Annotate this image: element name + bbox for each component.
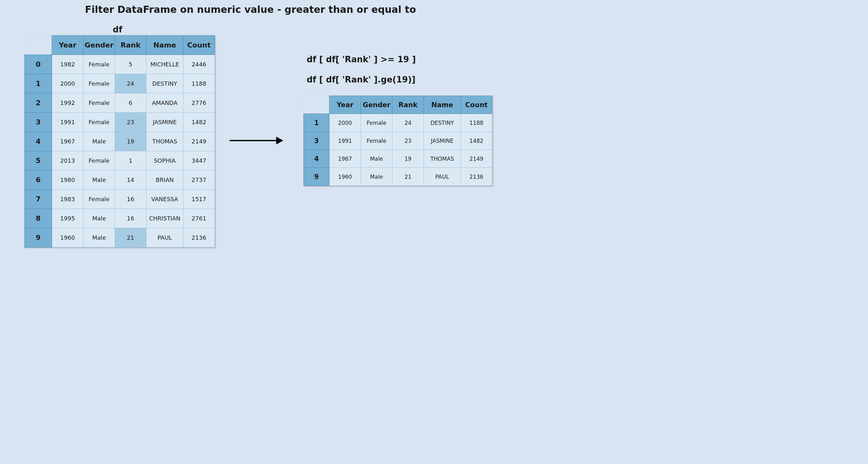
- table-cell: 1995: [52, 209, 84, 228]
- table-corner: [304, 96, 330, 114]
- table-cell: 23: [393, 132, 424, 150]
- table-row: 01982Female5MICHELLE2446: [25, 55, 215, 74]
- code-line-2: df [ df[ 'Rank' ].ge(19)]: [307, 75, 416, 85]
- table-cell: 2737: [183, 170, 215, 190]
- table-cell: Female: [361, 114, 393, 132]
- table-corner: [25, 36, 52, 55]
- table-cell: Female: [361, 132, 393, 150]
- table-cell: 16: [115, 209, 147, 228]
- column-header: Year: [330, 96, 361, 114]
- table-cell: 21: [115, 228, 147, 247]
- table-row: 41967Male19THOMAS2149: [25, 132, 215, 151]
- row-index: 4: [25, 132, 52, 151]
- table-cell: Female: [84, 55, 115, 74]
- table-cell: 1983: [52, 190, 84, 209]
- table-cell: THOMAS: [424, 150, 461, 168]
- table-cell: 2149: [183, 132, 215, 151]
- source-table-wrap: YearGenderRankNameCount01982Female5MICHE…: [24, 35, 215, 247]
- table-cell: Male: [84, 132, 115, 151]
- table-row: 81995Male16CHRISTIAN2761: [25, 209, 215, 228]
- table-cell: 1960: [330, 168, 361, 186]
- table-cell: 19: [115, 132, 147, 151]
- arrow-line: [229, 140, 278, 141]
- table-cell: 5: [115, 55, 147, 74]
- table-cell: JASMINE: [147, 112, 183, 132]
- table-cell: 23: [115, 112, 147, 132]
- table-cell: VANESSA: [147, 190, 183, 209]
- table-cell: 6: [115, 93, 147, 112]
- table-cell: Female: [84, 74, 115, 93]
- table-cell: 2149: [461, 150, 492, 168]
- row-index: 6: [25, 170, 52, 190]
- table-cell: Female: [84, 112, 115, 132]
- column-header: Count: [461, 96, 492, 114]
- row-index: 3: [304, 132, 330, 150]
- column-header: Name: [424, 96, 461, 114]
- table-cell: 1982: [52, 55, 84, 74]
- table-cell: 2761: [183, 209, 215, 228]
- result-table: YearGenderRankNameCount12000Female24DEST…: [304, 96, 492, 186]
- table-row: 31991Female23JASMINE1482: [25, 112, 215, 132]
- table-cell: PAUL: [424, 168, 461, 186]
- table-cell: 1992: [52, 93, 84, 112]
- row-index: 7: [25, 190, 52, 209]
- table-cell: Male: [84, 209, 115, 228]
- table-cell: 1991: [52, 112, 84, 132]
- column-header: Rank: [393, 96, 424, 114]
- row-index: 5: [25, 151, 52, 170]
- table-cell: Female: [84, 151, 115, 170]
- table-row: 12000Female24DESTINY1188: [25, 74, 215, 93]
- table-cell: PAUL: [147, 228, 183, 247]
- row-index: 3: [25, 112, 52, 132]
- table-cell: 2013: [52, 151, 84, 170]
- table-cell: 21: [393, 168, 424, 186]
- column-header: Name: [147, 36, 183, 55]
- table-cell: 2446: [183, 55, 215, 74]
- table-row: 71983Female16VANESSA1517: [25, 190, 215, 209]
- table-cell: BRIAN: [147, 170, 183, 190]
- table-cell: 2136: [183, 228, 215, 247]
- table-cell: 14: [115, 170, 147, 190]
- arrow-head-icon: [276, 137, 283, 144]
- table-cell: DESTINY: [147, 74, 183, 93]
- row-index: 4: [304, 150, 330, 168]
- page: Filter DataFrame on numeric value - grea…: [0, 0, 501, 268]
- code-snippet: df [ df[ 'Rank' ] >= 19 ] df [ df[ 'Rank…: [307, 55, 416, 85]
- table-cell: 1967: [330, 150, 361, 168]
- column-header: Count: [183, 36, 215, 55]
- table-cell: 1980: [52, 170, 84, 190]
- table-cell: 19: [393, 150, 424, 168]
- table-row: 41967Male19THOMAS2149: [304, 150, 492, 168]
- table-row: 91960Male21PAUL2136: [304, 168, 492, 186]
- table-cell: Male: [361, 168, 393, 186]
- column-header: Rank: [115, 36, 147, 55]
- table-row: 12000Female24DESTINY1188: [304, 114, 492, 132]
- table-row: 21992Female6AMANDA2776: [25, 93, 215, 112]
- table-row: 52013Female1SOPHIA3447: [25, 151, 215, 170]
- table-cell: 24: [393, 114, 424, 132]
- table-cell: 24: [115, 74, 147, 93]
- table-cell: Female: [84, 190, 115, 209]
- table-cell: 2776: [183, 93, 215, 112]
- table-cell: DESTINY: [424, 114, 461, 132]
- row-index: 8: [25, 209, 52, 228]
- table-cell: 1991: [330, 132, 361, 150]
- source-table: YearGenderRankNameCount01982Female5MICHE…: [24, 35, 215, 247]
- table-cell: 2000: [52, 74, 84, 93]
- table-row: 31991Female23JASMINE1482: [304, 132, 492, 150]
- table-cell: 1188: [183, 74, 215, 93]
- table-cell: AMANDA: [147, 93, 183, 112]
- row-index: 9: [25, 228, 52, 247]
- table-cell: 1482: [183, 112, 215, 132]
- table-cell: 3447: [183, 151, 215, 170]
- table-cell: 1517: [183, 190, 215, 209]
- source-table-caption: df: [24, 25, 211, 34]
- result-table-wrap: YearGenderRankNameCount12000Female24DEST…: [304, 96, 492, 186]
- table-row: 91960Male21PAUL2136: [25, 228, 215, 247]
- table-cell: SOPHIA: [147, 151, 183, 170]
- code-line-1: df [ df[ 'Rank' ] >= 19 ]: [307, 55, 416, 65]
- table-cell: 2000: [330, 114, 361, 132]
- page-title: Filter DataFrame on numeric value - grea…: [0, 4, 501, 15]
- table-cell: CHRISTIAN: [147, 209, 183, 228]
- arrow-right: [229, 137, 284, 144]
